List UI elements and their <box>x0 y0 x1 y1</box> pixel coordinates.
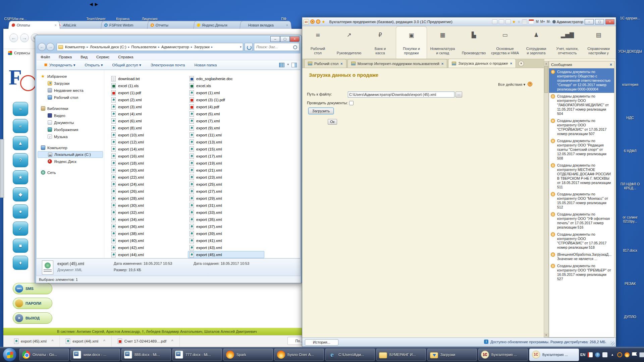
change-view-icon[interactable] <box>279 63 284 67</box>
file-row[interactable]: export (5).xml <box>188 110 264 117</box>
file-row[interactable]: export (12).xml <box>110 138 186 145</box>
toolbar-button[interactable]: Общий доступ ▾ <box>108 63 146 67</box>
chevron-up-icon[interactable]: ^ <box>52 339 54 344</box>
scrollbar-thumb[interactable] <box>544 66 548 93</box>
file-row[interactable]: export (6).xml <box>110 117 186 124</box>
file-row[interactable]: export (44).xml <box>110 251 186 258</box>
ribbon-section[interactable]: ≡ Рабочий стол <box>302 26 333 59</box>
breadcrumb-item[interactable]: Пользователи <box>131 45 156 49</box>
sidebar-item[interactable]: Загрузки <box>38 80 103 87</box>
load-button[interactable]: Загрузить <box>308 108 334 114</box>
favorite-icon[interactable]: ★ <box>517 19 521 24</box>
sidebar-button[interactable]: ? <box>13 153 28 167</box>
file-row[interactable]: export (14).xml <box>110 145 186 153</box>
scrollbar[interactable] <box>0 139 4 198</box>
file-row[interactable]: export (9).xml <box>188 124 264 131</box>
file-row[interactable]: export (1).xml <box>188 89 264 96</box>
path-input[interactable]: C:\Users\Администратор\Downloads\export … <box>348 92 454 98</box>
scroll-up-icon[interactable]: ▲ <box>544 61 548 66</box>
file-row[interactable]: export (33).xml <box>188 209 264 216</box>
sidebar-button[interactable]: ✓ <box>13 222 28 236</box>
breadcrumb-item[interactable]: Загрузки <box>194 45 210 49</box>
close-button[interactable]: × <box>290 36 300 42</box>
browser-tab[interactable]: Яндекс.Деньги × <box>193 21 245 29</box>
file-row[interactable]: export (38).xml <box>110 230 186 237</box>
close-button[interactable]: × <box>605 19 614 24</box>
file-row[interactable]: export (23).xml <box>188 174 264 181</box>
favorites-star-icon[interactable]: ★ <box>322 19 325 24</box>
sidebar-item[interactable]: Музыка <box>38 133 103 140</box>
view-dropdown-icon[interactable]: ▾ <box>287 63 289 67</box>
file-row[interactable]: export (2).xml <box>110 96 186 103</box>
file-row[interactable]: excel (1).xls <box>110 82 186 89</box>
sidebar-item[interactable]: Рабочий стол <box>38 94 103 101</box>
ribbon-section[interactable]: ₽ Банк и касса <box>365 26 396 59</box>
memory-button[interactable]: M- <box>546 20 551 23</box>
sidebar-pill-button[interactable]: SMS SMS <box>13 283 52 294</box>
sidebar-button[interactable]: ◆ <box>13 187 28 201</box>
taskbar-button[interactable]: Бухгалтерия ... <box>529 349 579 361</box>
file-row[interactable]: export (7).xml <box>188 117 264 124</box>
sidebar-button[interactable]: ★ <box>13 170 28 184</box>
history-button[interactable]: История... <box>305 339 338 346</box>
file-row[interactable]: download.txt <box>110 75 186 82</box>
sidebar-item[interactable]: Документы <box>38 119 103 126</box>
menu-item[interactable]: Справка <box>118 55 133 59</box>
add-favorite-icon[interactable]: ★ <box>512 19 516 24</box>
help-icon[interactable]: ? <box>528 82 532 86</box>
sidebar-item[interactable]: Локальный диск (C:) <box>38 151 103 158</box>
message-item[interactable]: ! Созданы документы по контрагенту ООО "… <box>549 231 614 251</box>
file-row[interactable]: export (32).xml <box>110 209 186 216</box>
toolbar-button[interactable]: Открыть ▾ <box>80 63 107 67</box>
menu-item[interactable]: Вид <box>80 55 88 59</box>
sidebar-item[interactable]: Библиотеки <box>38 105 103 112</box>
calendar-icon[interactable] <box>529 19 534 24</box>
browser-tab[interactable]: Отчеты × <box>147 21 199 29</box>
desktop-icon[interactable]: хгалтерия <box>616 67 644 100</box>
file-row[interactable]: export (29).xml <box>188 195 264 202</box>
document-tab[interactable]: Рабочий стол × <box>304 59 346 68</box>
sidebar-button[interactable]: ♦ <box>13 256 28 270</box>
breadcrumb[interactable]: Компьютер▸Локальный диск (C:)▸Пользовате… <box>57 43 243 51</box>
tab-close-icon[interactable]: × <box>510 61 512 65</box>
desktop-icon[interactable]: ДУПЛО <box>616 299 644 333</box>
file-row[interactable]: export (21).xml <box>188 167 264 174</box>
file-row[interactable]: excel.xls <box>188 82 264 89</box>
resize-grip[interactable] <box>611 342 615 346</box>
file-row[interactable]: export (40).xml <box>110 237 186 244</box>
tab-list-chevron-icon[interactable]: ▾ <box>518 61 524 66</box>
file-row[interactable]: export (8).xml <box>110 124 186 131</box>
breadcrumb-dropdown-icon[interactable]: ▾ <box>240 45 241 49</box>
update-notice[interactable]: Доступно обновление программы. Размер ди… <box>484 340 606 344</box>
download-item[interactable]: Счет 17-02441489....pdf ^ <box>112 336 180 347</box>
sidebar-item[interactable]: Избранное <box>38 73 103 80</box>
file-row[interactable]: export (11).xml <box>188 131 264 138</box>
file-row[interactable]: export (3) (1).pdf <box>188 96 264 103</box>
services-menu[interactable]: Сервисы <box>8 51 30 55</box>
file-row[interactable]: export (25).xml <box>188 181 264 188</box>
browser-tab[interactable]: FSPrint Webm × <box>101 21 153 29</box>
ribbon-section[interactable]: ▙ Производство <box>458 26 489 59</box>
file-row[interactable]: export (18).xml <box>110 160 186 167</box>
file-row[interactable]: export (24).xml <box>110 181 186 188</box>
ribbon-section[interactable]: ▣ Покупки и продажи <box>396 26 427 59</box>
file-row[interactable]: export (28).xml <box>110 195 186 202</box>
message-item[interactable]: ! Созданы документы по контрагенту ООО "… <box>549 137 614 162</box>
help-tray-icon[interactable]: ? <box>595 352 600 357</box>
refresh-button[interactable] <box>245 43 253 51</box>
toolbar-button[interactable]: Упорядочить ▾ <box>39 63 80 67</box>
forward-button[interactable]: → <box>20 34 29 42</box>
message-item[interactable]: ! Созданы документы по контрагенту ООО "… <box>549 191 614 211</box>
desktop-icon[interactable]: НДС <box>616 100 644 133</box>
start-button[interactable] <box>3 348 17 362</box>
breadcrumb-item[interactable]: Компьютер <box>65 45 85 49</box>
desktop-icon[interactable]: 817.docx <box>616 233 644 266</box>
sidebar-button[interactable]: ● <box>13 204 28 219</box>
ribbon-section[interactable]: ▤ Справочники настройки у <box>583 26 614 59</box>
file-row[interactable]: export (17).xml <box>188 153 264 160</box>
sidebar-pill-button[interactable]: × ВЫХОД <box>13 312 52 324</box>
breadcrumb-item[interactable]: Администратор <box>161 45 189 49</box>
file-row[interactable]: export (31).xml <box>188 202 264 209</box>
file-row[interactable]: export (35).xml <box>188 216 264 223</box>
memory-button[interactable]: M+ <box>540 20 545 23</box>
